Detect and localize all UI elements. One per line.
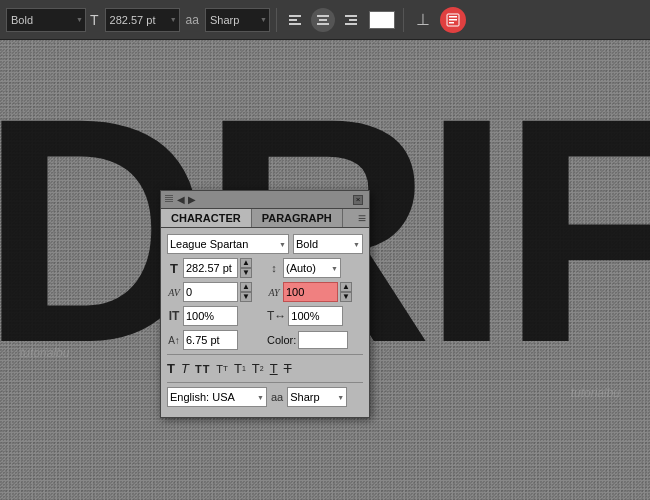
font-size-wrap: T ▲ ▼ — [167, 258, 263, 278]
baseline-color-row: A↑ Color: — [167, 330, 363, 350]
kerning-increment[interactable]: ▲ — [340, 282, 352, 292]
subscript-button[interactable]: T2 — [252, 361, 264, 376]
panel-close-button[interactable]: × — [353, 195, 363, 205]
character-panel: ◀ ▶ × CHARACTER PARAGRAPH ≡ League Spart… — [160, 190, 370, 418]
font-style-select[interactable]: BoldRegularItalic — [293, 234, 363, 254]
svg-rect-2 — [289, 23, 301, 25]
tracking-input[interactable] — [183, 282, 238, 302]
faux-bold-button[interactable]: T — [167, 361, 175, 376]
superscript-button[interactable]: T1 — [234, 361, 246, 376]
color-label: Color: — [267, 334, 296, 346]
toolbar-antialiasing-select[interactable]: SharpCrispStrongSmoothNone — [205, 8, 270, 32]
panel-menu-icon[interactable]: ≡ — [358, 209, 366, 227]
tracking-increment[interactable]: ▲ — [240, 282, 252, 292]
panel-tabs: CHARACTER PARAGRAPH ≡ — [161, 209, 369, 228]
font-size-stepper: ▲ ▼ — [240, 258, 252, 278]
tab-paragraph[interactable]: PARAGRAPH — [252, 209, 343, 227]
baseline-shift-icon: A↑ — [167, 335, 181, 346]
toolbar-t-icon: T — [90, 12, 99, 28]
svg-rect-3 — [317, 15, 329, 17]
align-center-icon — [316, 13, 330, 27]
toolbar-baseline-button[interactable]: ⊥ — [410, 7, 436, 33]
toolbar: Bold T 282.57 pt aa SharpCrispStrongSmoo… — [0, 0, 650, 40]
align-left-icon — [288, 13, 302, 27]
svg-rect-11 — [449, 19, 457, 21]
svg-rect-7 — [349, 19, 357, 21]
svg-rect-4 — [319, 19, 327, 21]
kerning-wrap: AY ▲ ▼ — [267, 282, 363, 302]
toolbar-color-swatch[interactable] — [369, 11, 395, 29]
toolbar-aa-icon: aa — [186, 13, 199, 27]
toolbar-character-panel-button[interactable] — [440, 7, 466, 33]
tracking-stepper: ▲ ▼ — [240, 282, 252, 302]
small-caps-button[interactable]: TT — [216, 363, 228, 375]
baseline-shift-input[interactable] — [183, 330, 238, 350]
font-size-icon: T — [167, 261, 181, 276]
panel-header-label: ◀ ▶ — [177, 194, 196, 205]
character-panel-icon — [445, 12, 461, 28]
svg-rect-0 — [289, 15, 301, 17]
align-right-button[interactable] — [339, 8, 363, 32]
svg-rect-12 — [449, 22, 454, 24]
font-style-wrap: BoldRegularItalic — [293, 234, 363, 254]
toolbar-antialiasing-wrap: SharpCrispStrongSmoothNone — [205, 8, 270, 32]
vertical-scale-wrap: IT — [167, 306, 263, 326]
panel-body: League SpartanArialTimes New Roman BoldR… — [161, 228, 369, 417]
watermark-1: tutorialbu — [20, 346, 69, 360]
strikethrough-button[interactable]: T — [284, 361, 292, 376]
font-family-select[interactable]: League SpartanArialTimes New Roman — [167, 234, 289, 254]
vertical-scale-input[interactable] — [183, 306, 238, 326]
kerning-stepper: ▲ ▼ — [340, 282, 352, 302]
kerning-decrement[interactable]: ▼ — [340, 292, 352, 302]
toolbar-font-family-select[interactable]: Bold — [6, 8, 86, 32]
font-size-leading-row: T ▲ ▼ ↕ (Auto)6 pt12 pt18 pt — [167, 258, 363, 278]
faux-italic-button[interactable]: T — [181, 361, 189, 376]
toolbar-font-family-wrap: Bold — [6, 8, 86, 32]
vertical-scale-icon: IT — [167, 309, 181, 323]
panel-divider — [167, 354, 363, 355]
antialiasing-aa-label: aa — [271, 391, 283, 403]
font-size-input[interactable] — [183, 258, 238, 278]
leading-icon: ↕ — [267, 262, 281, 274]
font-family-wrap: League SpartanArialTimes New Roman — [167, 234, 289, 254]
leading-wrap: ↕ (Auto)6 pt12 pt18 pt — [267, 258, 363, 278]
tracking-icon: AV — [167, 287, 181, 298]
watermark-2: tutorialbu — [571, 386, 620, 400]
antialiasing-wrap: SharpCrispStrongSmoothNone — [287, 387, 347, 407]
color-wrap: Color: — [267, 331, 363, 349]
tab-character[interactable]: CHARACTER — [161, 209, 252, 227]
svg-rect-8 — [345, 23, 357, 25]
horizontal-scale-wrap: T↔ — [267, 306, 363, 326]
tracking-kerning-row: AV ▲ ▼ AY ▲ ▼ — [167, 282, 363, 302]
panel-resize-handle[interactable] — [165, 195, 173, 205]
font-family-row: League SpartanArialTimes New Roman BoldR… — [167, 234, 363, 254]
tracking-wrap: AV ▲ ▼ — [167, 282, 263, 302]
svg-rect-5 — [317, 23, 329, 25]
svg-rect-1 — [289, 19, 297, 21]
antialiasing-select[interactable]: SharpCrispStrongSmoothNone — [287, 387, 347, 407]
kerning-input[interactable] — [283, 282, 338, 302]
baseline-shift-wrap: A↑ — [167, 330, 263, 350]
toolbar-divider-2 — [403, 8, 404, 32]
align-left-button[interactable] — [283, 8, 307, 32]
font-size-decrement[interactable]: ▼ — [240, 268, 252, 278]
panel-header[interactable]: ◀ ▶ × — [161, 191, 369, 209]
toolbar-divider-1 — [276, 8, 277, 32]
horizontal-scale-icon: T↔ — [267, 309, 286, 323]
tracking-decrement[interactable]: ▼ — [240, 292, 252, 302]
language-select[interactable]: English: USAEnglish: UK — [167, 387, 267, 407]
panel-divider-2 — [167, 382, 363, 383]
canvas-area: DRIF tutorialbu tutorialbu ◀ ▶ × CHARACT… — [0, 40, 650, 500]
language-antialiasing-row: English: USAEnglish: UK aa SharpCrispStr… — [167, 387, 363, 407]
horizontal-scale-input[interactable] — [288, 306, 343, 326]
align-center-button[interactable] — [311, 8, 335, 32]
align-right-icon — [344, 13, 358, 27]
all-caps-button[interactable]: TT — [195, 363, 210, 375]
underline-button[interactable]: T — [270, 361, 278, 376]
leading-select[interactable]: (Auto)6 pt12 pt18 pt — [283, 258, 341, 278]
font-size-increment[interactable]: ▲ — [240, 258, 252, 268]
kerning-icon: AY — [267, 287, 281, 298]
leading-select-wrap: (Auto)6 pt12 pt18 pt — [283, 258, 341, 278]
toolbar-font-size-select[interactable]: 282.57 pt — [105, 8, 180, 32]
color-swatch[interactable] — [298, 331, 348, 349]
